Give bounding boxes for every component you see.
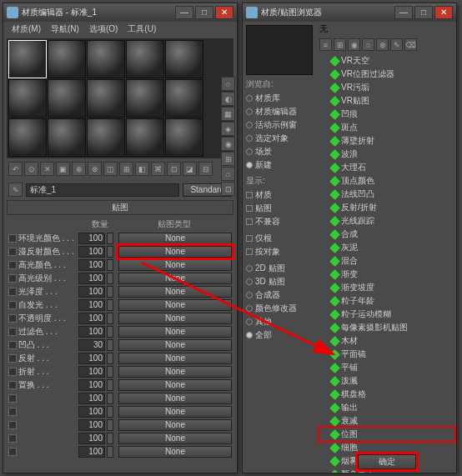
tree-item[interactable]: 大理石 <box>319 161 454 174</box>
tree-item[interactable]: 位图 <box>319 428 454 441</box>
tree-item[interactable]: 反射/折射 <box>319 201 454 214</box>
map-enable-checkbox[interactable] <box>8 341 17 349</box>
map-slot-button[interactable]: None <box>118 259 232 271</box>
spinner-buttons[interactable] <box>107 313 113 324</box>
material-slot[interactable] <box>165 40 203 78</box>
picker-icon[interactable]: ✎ <box>8 183 23 197</box>
map-amount-spinner[interactable]: 100 <box>78 433 105 444</box>
map-slot-button[interactable]: None <box>118 326 232 338</box>
material-slot[interactable] <box>8 40 47 78</box>
map-slot-button[interactable]: None <box>118 433 232 444</box>
toolbar-icon[interactable]: ⊡ <box>167 162 181 176</box>
map-amount-spinner[interactable]: 100 <box>78 353 105 364</box>
map-enable-checkbox[interactable] <box>8 274 17 283</box>
material-slot[interactable] <box>87 40 125 78</box>
map-enable-checkbox[interactable] <box>8 234 17 243</box>
tree-item[interactable]: 薄壁折射 <box>319 134 454 148</box>
sample-tool-icon[interactable]: ⌂ <box>221 167 235 181</box>
spinner-buttons[interactable] <box>107 433 113 444</box>
titlebar[interactable]: 材质/贴图浏览器 — □ ✕ <box>243 3 456 22</box>
maximize-button[interactable]: □ <box>414 6 433 19</box>
map-slot-button[interactable]: None <box>118 273 232 284</box>
map-amount-spinner[interactable]: 100 <box>78 233 105 244</box>
map-slot-button[interactable]: None <box>118 419 232 431</box>
view-icon[interactable]: ✎ <box>390 38 403 51</box>
menu-material[interactable]: 材质(M) <box>7 22 46 37</box>
sample-tool-icon[interactable]: ▦ <box>221 107 235 121</box>
show-option[interactable]: 材质 <box>246 188 314 202</box>
map-amount-spinner[interactable]: 100 <box>78 393 105 404</box>
map-slot-button[interactable]: None <box>118 313 232 324</box>
menu-options[interactable]: 选项(O) <box>84 22 123 37</box>
tree-item[interactable]: 平铺 <box>319 361 454 374</box>
show-option[interactable]: 不兼容 <box>246 215 314 228</box>
tree-item[interactable]: 法线凹凸 <box>319 188 454 201</box>
toolbar-icon[interactable]: ⊟ <box>198 162 213 176</box>
tree-item[interactable]: VR贴图 <box>319 94 454 108</box>
map-amount-spinner[interactable]: 100 <box>78 313 105 324</box>
tree-item[interactable]: 木材 <box>319 334 454 348</box>
view-icon[interactable]: ⌫ <box>404 38 417 51</box>
map-amount-spinner[interactable]: 100 <box>78 286 105 298</box>
map-amount-spinner[interactable]: 100 <box>78 406 105 418</box>
map-slot-button[interactable]: None <box>118 339 232 351</box>
spinner-buttons[interactable] <box>107 379 113 391</box>
view-icon[interactable]: ≡ <box>319 38 332 51</box>
maximize-button[interactable]: □ <box>195 6 213 19</box>
map-slot-button[interactable]: None <box>118 286 232 298</box>
map-enable-checkbox[interactable] <box>8 421 17 429</box>
map-amount-spinner[interactable]: 100 <box>78 246 105 258</box>
tree-item[interactable]: 灰泥 <box>319 241 454 254</box>
maps-panel-header[interactable]: 贴图 <box>7 200 234 215</box>
map-enable-checkbox[interactable] <box>8 394 17 403</box>
spinner-buttons[interactable] <box>107 419 113 431</box>
spinner-buttons[interactable] <box>107 233 113 244</box>
material-slot[interactable] <box>165 79 203 118</box>
map-enable-checkbox[interactable] <box>8 261 17 269</box>
type-option[interactable]: 颜色修改器 <box>246 302 314 315</box>
filter-option[interactable]: 仅根 <box>246 232 314 245</box>
spinner-buttons[interactable] <box>107 393 113 404</box>
tree-item[interactable]: 输出 <box>319 401 454 414</box>
tree-item[interactable]: VR位图过滤器 <box>319 68 454 81</box>
map-slot-button[interactable]: None <box>118 379 232 391</box>
map-amount-spinner[interactable]: 100 <box>78 299 105 311</box>
toolbar-icon[interactable]: ⊗ <box>88 162 102 176</box>
toolbar-icon[interactable]: ▣ <box>56 162 70 176</box>
spinner-buttons[interactable] <box>107 286 113 298</box>
sample-tool-icon[interactable]: ◐ <box>221 92 235 106</box>
map-slot-button[interactable]: None <box>118 353 232 364</box>
tree-item[interactable]: 顶点颜色 <box>319 174 454 188</box>
minimize-button[interactable]: — <box>175 6 193 19</box>
toolbar-icon[interactable]: ◪ <box>183 162 197 176</box>
view-icon[interactable]: ◉ <box>348 38 360 51</box>
toolbar-icon[interactable]: ⌘ <box>151 162 165 176</box>
map-slot-button[interactable]: None <box>118 246 232 258</box>
tree-item[interactable]: 细胞 <box>319 441 454 454</box>
spinner-buttons[interactable] <box>107 273 113 284</box>
spinner-buttons[interactable] <box>107 326 113 338</box>
sample-tool-icon[interactable]: ◉ <box>221 137 235 151</box>
tree-item[interactable]: 渐变 <box>319 268 454 281</box>
browse-option[interactable]: 选定对象 <box>246 132 314 145</box>
toolbar-icon[interactable]: ⊞ <box>119 162 133 176</box>
tree-item[interactable]: 光线跟踪 <box>319 214 454 228</box>
close-button[interactable]: ✕ <box>215 6 234 19</box>
material-slot[interactable] <box>126 40 164 78</box>
material-slot[interactable] <box>126 118 164 157</box>
map-amount-spinner[interactable]: 100 <box>78 379 105 391</box>
map-amount-spinner[interactable]: 30 <box>78 339 105 351</box>
tree-item[interactable]: 棋盘格 <box>319 388 454 401</box>
tree-item[interactable]: 斑点 <box>319 121 454 134</box>
type-option[interactable]: 其他 <box>246 315 314 328</box>
tree-item[interactable]: 泼溅 <box>319 374 454 388</box>
browse-option[interactable]: 材质编辑器 <box>246 105 314 118</box>
map-amount-spinner[interactable]: 100 <box>78 259 105 271</box>
toolbar-icon[interactable]: ⊕ <box>72 162 86 176</box>
ok-button[interactable]: 确定 <box>358 454 416 469</box>
tree-item[interactable]: 渐变坡度 <box>319 281 454 294</box>
tree-item[interactable]: 合成 <box>319 228 454 241</box>
spinner-buttons[interactable] <box>107 246 113 258</box>
spinner-buttons[interactable] <box>107 406 113 418</box>
map-amount-spinner[interactable]: 100 <box>78 419 105 431</box>
